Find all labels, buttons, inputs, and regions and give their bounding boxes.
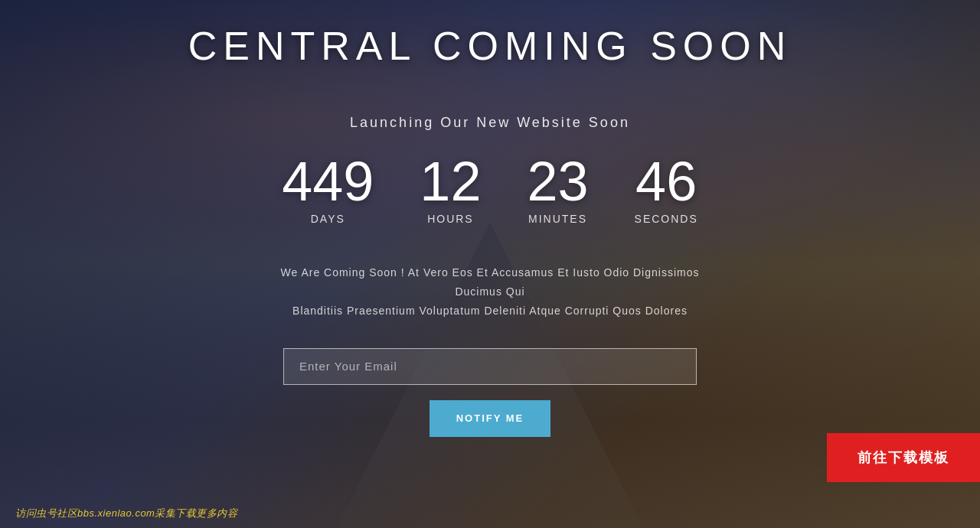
description-line2: Blanditiis Praesentium Voluptatum Deleni… xyxy=(260,301,720,321)
description-block: We Are Coming Soon ! At Vero Eos Et Accu… xyxy=(260,263,720,321)
countdown-hours: 12 Hours xyxy=(420,154,481,225)
page-subtitle: Launching Our New Website Soon xyxy=(350,115,630,131)
hours-number: 12 xyxy=(420,154,481,209)
description-line1: We Are Coming Soon ! At Vero Eos Et Accu… xyxy=(260,263,720,301)
seconds-label: Seconds xyxy=(635,213,698,225)
days-number: 449 xyxy=(282,154,374,209)
email-input[interactable] xyxy=(283,348,697,385)
countdown-seconds: 46 Seconds xyxy=(635,154,698,225)
page-title: CENTRAL COMING SOON xyxy=(188,23,792,69)
days-label: Days xyxy=(311,213,345,225)
seconds-number: 46 xyxy=(635,154,697,209)
countdown-timer: 449 Days 12 Hours 23 Minutes 46 Seconds xyxy=(282,154,698,225)
download-button[interactable]: 前往下载模板 xyxy=(827,433,980,482)
notify-button[interactable]: NOTIFY ME xyxy=(430,400,551,437)
countdown-days: 449 Days xyxy=(282,154,374,225)
countdown-minutes: 23 Minutes xyxy=(527,154,588,225)
minutes-label: Minutes xyxy=(528,213,587,225)
minutes-number: 23 xyxy=(527,154,588,209)
hours-label: Hours xyxy=(427,213,474,225)
watermark-text: 访问虫号社区bbs.xienlao.com采集下载更多内容 xyxy=(15,507,237,520)
email-form xyxy=(283,348,697,385)
